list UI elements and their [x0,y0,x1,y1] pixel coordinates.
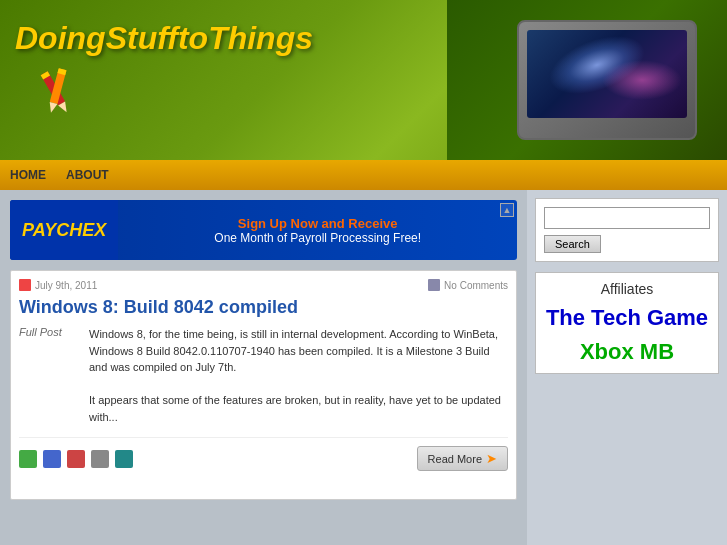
ad-badge: ▲ [500,203,514,217]
ad-banner[interactable]: PAYCHEX Sign Up Now and Receive One Mont… [10,200,517,260]
share-icon-3[interactable] [67,450,85,468]
sidebar: Search Affiliates The Tech Game Xbox MB [527,190,727,545]
post-comments: No Comments [444,280,508,291]
post-body: Full Post Windows 8, for the time being,… [19,326,508,425]
post-text: Windows 8, for the time being, is still … [89,326,508,425]
read-more-button[interactable]: Read More ➤ [417,446,508,471]
search-box: Search [535,198,719,262]
svg-marker-4 [47,102,57,114]
share-icon-1[interactable] [19,450,37,468]
share-icon-4[interactable] [91,450,109,468]
read-more-arrow-icon: ➤ [486,451,497,466]
post-comments-area: No Comments [428,279,508,291]
ad-line2: One Month of Payroll Processing Free! [118,231,517,245]
post-area: July 9th, 2011 No Comments Windows 8: Bu… [10,270,517,500]
tablet-graphic [477,5,717,155]
affiliate-link-1[interactable]: The Tech Game [544,305,710,331]
comment-icon [428,279,440,291]
post-footer: Read More ➤ [19,437,508,471]
share-icon-2[interactable] [43,450,61,468]
nav-home[interactable]: HOME [10,168,46,182]
post-meta: July 9th, 2011 No Comments [19,279,508,291]
post-date: July 9th, 2011 [35,280,97,291]
share-icon-5[interactable] [115,450,133,468]
nav-about[interactable]: ABOUT [66,168,109,182]
search-input[interactable] [544,207,710,229]
ad-line1: Sign Up Now and Receive [118,216,517,231]
ad-text: Sign Up Now and Receive One Month of Pay… [118,216,517,245]
affiliate-link-2[interactable]: Xbox MB [544,339,710,365]
content-area: PAYCHEX Sign Up Now and Receive One Mont… [0,190,527,545]
post-title[interactable]: Windows 8: Build 8042 compiled [19,297,508,318]
main-layout: PAYCHEX Sign Up Now and Receive One Mont… [0,190,727,545]
read-more-label: Read More [428,453,482,465]
post-share-icons [19,450,133,468]
site-header: DoingStufftoThings [0,0,727,160]
navigation-bar: HOME ABOUT [0,160,727,190]
search-button[interactable]: Search [544,235,601,253]
affiliates-box: Affiliates The Tech Game Xbox MB [535,272,719,374]
post-label: Full Post [19,326,79,425]
ad-logo: PAYCHEX [10,200,118,260]
calendar-icon [19,279,31,291]
affiliates-title: Affiliates [544,281,710,297]
ad-logo-text: PAYCHEX [22,220,106,241]
pencils-icon [25,65,85,115]
post-date-area: July 9th, 2011 [19,279,97,291]
site-title: DoingStufftoThings [15,20,313,57]
